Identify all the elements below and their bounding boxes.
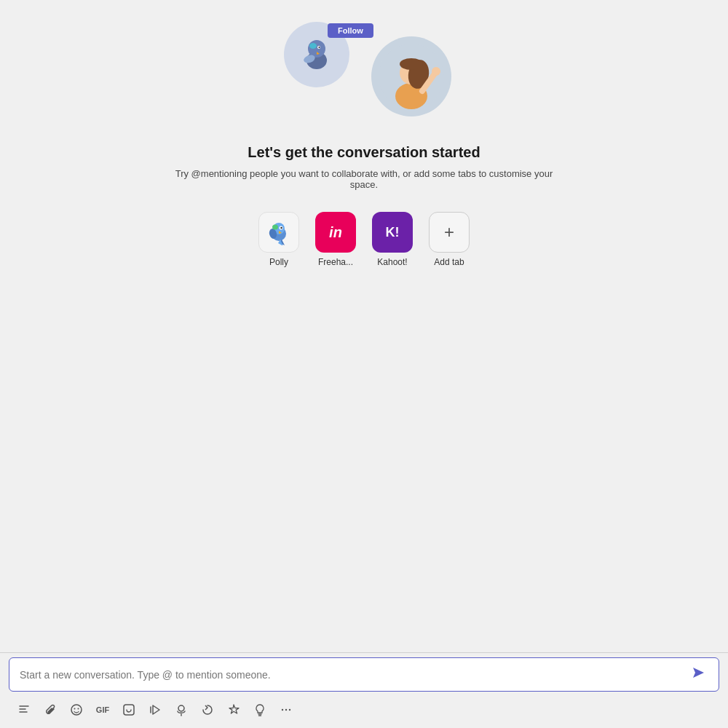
svg-point-20: [272, 225, 278, 230]
svg-point-6: [309, 43, 317, 49]
kahoot-label: Kahoot!: [377, 257, 407, 267]
person-avatar: [371, 36, 451, 116]
svg-point-35: [289, 709, 290, 711]
tabs-row: Polly in Freeha... K! Kahoot! + Add tab: [253, 212, 475, 267]
bottom-bar: GIF: [0, 652, 728, 728]
illustration: Follow: [269, 22, 459, 131]
svg-marker-27: [153, 705, 159, 714]
svg-point-25: [78, 708, 79, 710]
polly-icon-box: [258, 212, 299, 253]
polly-label: Polly: [269, 257, 288, 267]
tab-kahoot[interactable]: K! Kahoot!: [367, 212, 418, 267]
idea-button[interactable]: [248, 697, 272, 722]
tab-add[interactable]: + Add tab: [424, 212, 475, 267]
praise-button[interactable]: [221, 697, 246, 722]
kahoot-logo: K!: [386, 225, 400, 240]
freehand-logo: in: [329, 224, 342, 241]
message-input[interactable]: [20, 669, 688, 681]
svg-point-24: [74, 708, 76, 710]
add-tab-label: Add tab: [434, 257, 464, 267]
tab-polly[interactable]: Polly: [253, 212, 304, 267]
loop-button[interactable]: [143, 697, 167, 722]
plus-icon: +: [444, 222, 454, 242]
loop2-button[interactable]: [195, 697, 220, 722]
kahoot-icon-box: K!: [372, 212, 413, 253]
svg-point-19: [280, 227, 282, 229]
follow-button[interactable]: Follow: [328, 23, 373, 38]
emoji-button[interactable]: [64, 697, 89, 722]
sticker-button[interactable]: [116, 697, 141, 722]
svg-rect-26: [124, 705, 134, 715]
gif-button[interactable]: GIF: [90, 697, 115, 722]
svg-point-33: [282, 709, 283, 711]
add-tab-icon-box: +: [429, 212, 470, 253]
toolbar-row: GIF: [0, 695, 728, 728]
svg-point-29: [178, 705, 184, 711]
svg-point-5: [319, 47, 320, 48]
main-content: Follow: [0, 0, 728, 652]
svg-point-1: [308, 40, 325, 58]
svg-point-34: [285, 709, 287, 711]
input-row: [9, 657, 719, 692]
tab-freehand[interactable]: in Freeha...: [310, 212, 361, 267]
svg-point-13: [432, 67, 440, 76]
record-button[interactable]: [169, 697, 194, 722]
gif-label: GIF: [96, 705, 109, 714]
more-button[interactable]: [274, 697, 298, 722]
svg-point-23: [71, 705, 82, 715]
freehand-icon-box: in: [315, 212, 356, 253]
attach-button[interactable]: [38, 697, 63, 722]
subtext: Try @mentioning people you want to colla…: [175, 168, 553, 190]
format-button[interactable]: [12, 697, 36, 722]
heading: Let's get the conversation started: [248, 144, 480, 161]
freehand-label: Freeha...: [318, 257, 353, 267]
svg-point-11: [400, 58, 423, 70]
send-button[interactable]: [688, 665, 708, 684]
